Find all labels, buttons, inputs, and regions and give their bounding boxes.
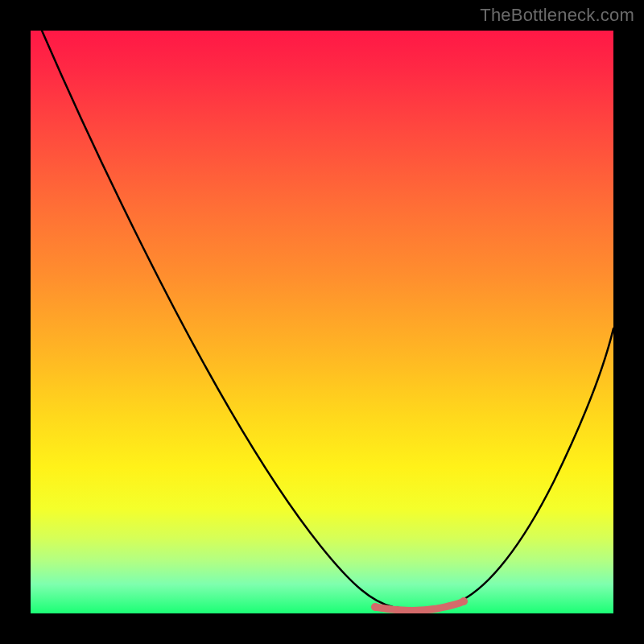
bottom-marker-dot-left — [371, 603, 379, 611]
plot-area — [31, 31, 613, 613]
curve-path — [42, 31, 613, 609]
chart-svg — [31, 31, 613, 613]
bottom-marker-dot-right — [460, 597, 468, 605]
chart-frame: TheBottleneck.com — [0, 0, 644, 644]
watermark-text: TheBottleneck.com — [480, 5, 634, 26]
bottom-marker — [375, 601, 464, 610]
